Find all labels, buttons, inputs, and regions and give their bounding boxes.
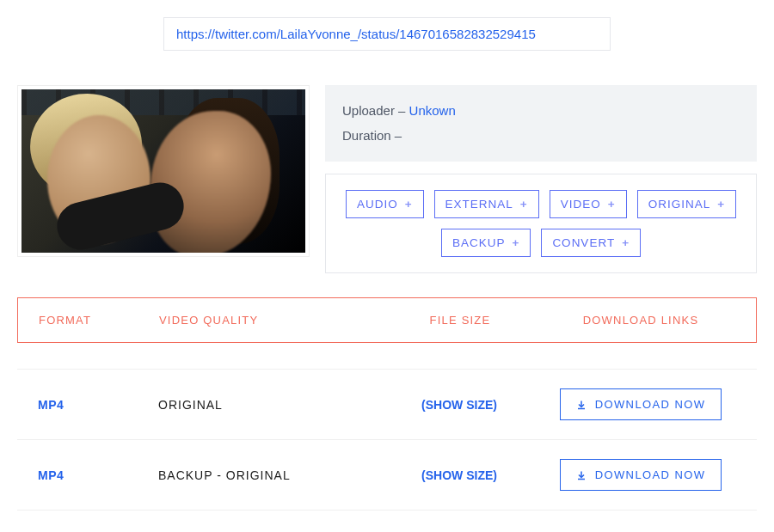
filter-external-button[interactable]: EXTERNAL+	[434, 190, 539, 218]
plus-icon: +	[520, 198, 528, 211]
filter-convert-button[interactable]: CONVERT+	[541, 229, 641, 257]
download-label: DOWNLOAD NOW	[595, 398, 706, 411]
uploader-link[interactable]: Unkown	[409, 103, 456, 118]
download-icon	[576, 400, 587, 410]
show-size-button[interactable]: (SHOW SIZE)	[373, 398, 545, 412]
filter-audio-button[interactable]: AUDIO+	[346, 190, 424, 218]
filter-video-label: VIDEO	[561, 198, 601, 211]
download-label: DOWNLOAD NOW	[595, 468, 706, 481]
uploader-label: Uploader –	[342, 103, 409, 118]
plus-icon: +	[608, 198, 616, 211]
header-format: FORMAT	[39, 314, 159, 327]
row-quality: ORIGINAL	[158, 398, 373, 412]
filter-original-label: ORIGINAL	[648, 198, 711, 211]
plus-icon: +	[405, 198, 413, 211]
filter-convert-label: CONVERT	[552, 236, 615, 249]
downloads-table: FORMAT VIDEO QUALITY FILE SIZE DOWNLOAD …	[17, 297, 757, 511]
filter-external-label: EXTERNAL	[445, 198, 513, 211]
table-header: FORMAT VIDEO QUALITY FILE SIZE DOWNLOAD …	[17, 297, 757, 343]
row-format[interactable]: MP4	[38, 398, 158, 412]
download-icon	[576, 470, 587, 480]
meta-panel: Uploader – Unkown Duration –	[325, 85, 757, 162]
filter-panel: AUDIO+ EXTERNAL+ VIDEO+ ORIGINAL+ BACKUP…	[325, 174, 757, 273]
plus-icon: +	[622, 236, 630, 249]
filter-original-button[interactable]: ORIGINAL+	[637, 190, 736, 218]
filter-video-button[interactable]: VIDEO+	[550, 190, 627, 218]
download-button[interactable]: DOWNLOAD NOW	[560, 388, 722, 420]
filter-backup-button[interactable]: BACKUP+	[441, 229, 531, 257]
video-thumbnail	[17, 85, 310, 257]
header-links: DOWNLOAD LINKS	[546, 314, 735, 327]
download-button[interactable]: DOWNLOAD NOW	[560, 459, 722, 491]
url-input[interactable]	[163, 17, 611, 51]
row-quality: BACKUP - ORIGINAL	[158, 468, 373, 482]
plus-icon: +	[512, 236, 519, 249]
filter-audio-label: AUDIO	[357, 198, 398, 211]
header-quality: VIDEO QUALITY	[159, 314, 374, 327]
table-row: MP4 BACKUP - ORIGINAL (SHOW SIZE) DOWNLO…	[17, 440, 757, 511]
filter-backup-label: BACKUP	[452, 236, 506, 249]
duration-label: Duration –	[342, 128, 402, 143]
plus-icon: +	[717, 198, 725, 211]
header-size: FILE SIZE	[374, 314, 546, 327]
table-row: MP4 ORIGINAL (SHOW SIZE) DOWNLOAD NOW	[17, 369, 757, 440]
show-size-button[interactable]: (SHOW SIZE)	[373, 468, 545, 482]
row-format[interactable]: MP4	[38, 468, 158, 482]
